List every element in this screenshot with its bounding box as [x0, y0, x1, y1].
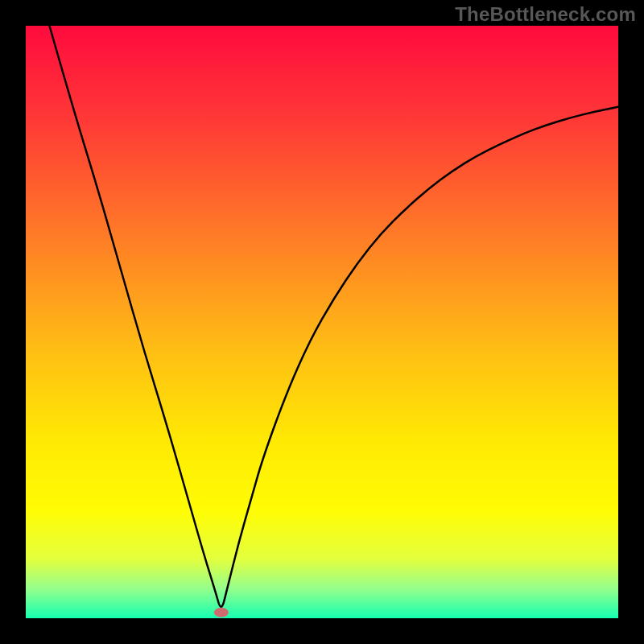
chart-svg [26, 26, 618, 618]
chart-frame: TheBottleneck.com [0, 0, 644, 644]
minimum-marker [214, 608, 229, 617]
plot-area [26, 26, 618, 618]
gradient-background [26, 26, 618, 618]
watermark-text: TheBottleneck.com [455, 3, 636, 26]
